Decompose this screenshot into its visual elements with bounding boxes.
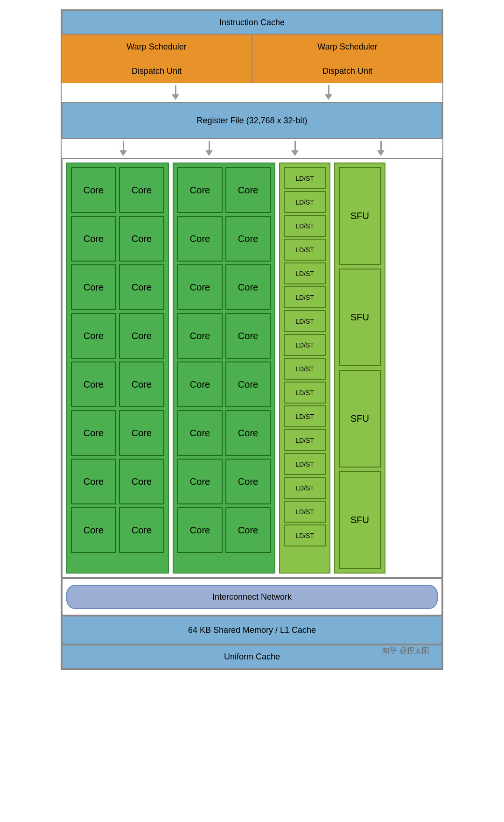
core-cell: Core	[177, 410, 223, 456]
ldst-column: LD/STLD/STLD/STLD/STLD/STLD/STLD/STLD/ST…	[279, 163, 330, 574]
ldst-cell: LD/ST	[284, 501, 326, 523]
core-row: CoreCore	[177, 264, 271, 310]
interconnect-block: Interconnect Network	[66, 585, 438, 609]
core-cell: Core	[119, 507, 164, 553]
core-cell: Core	[71, 410, 116, 456]
warp-scheduler-row: Warp Scheduler Warp Scheduler	[62, 35, 442, 59]
arrow-5	[291, 141, 299, 156]
dispatch-unit-1: Dispatch Unit	[62, 59, 252, 83]
core-row: CoreCore	[177, 167, 271, 213]
uniform-cache-label: Uniform Cache	[224, 652, 280, 662]
ldst-cell: LD/ST	[284, 524, 326, 546]
ldst-cell: LD/ST	[284, 286, 326, 308]
diagram-wrapper: Instruction Cache Warp Scheduler Warp Sc…	[61, 9, 443, 670]
ldst-cell: LD/ST	[284, 429, 326, 451]
core-cell: Core	[71, 167, 116, 213]
core-cell: Core	[177, 216, 223, 262]
core-cell: Core	[177, 361, 223, 407]
core-cell: Core	[177, 507, 223, 553]
core-row: CoreCore	[71, 313, 164, 359]
sfu-cell: SFU	[339, 370, 381, 468]
core-group-2: CoreCoreCoreCoreCoreCoreCoreCoreCoreCore…	[173, 163, 275, 574]
core-cell: Core	[225, 459, 271, 504]
sfu-cell: SFU	[339, 471, 381, 569]
watermark: 知乎 @捏太阳	[382, 646, 429, 656]
core-cell: Core	[225, 264, 271, 310]
core-cell: Core	[225, 313, 271, 359]
shared-memory-label: 64 KB Shared Memory / L1 Cache	[188, 625, 316, 635]
ldst-cell: LD/ST	[284, 310, 326, 332]
core-cell: Core	[71, 361, 116, 407]
sfu-column: SFUSFUSFUSFU	[334, 163, 385, 574]
core-row: CoreCore	[177, 410, 271, 456]
core-row: CoreCore	[71, 361, 164, 407]
core-cell: Core	[71, 507, 116, 553]
arrow-2	[325, 85, 332, 100]
core-row: CoreCore	[71, 167, 164, 213]
ldst-cell: LD/ST	[284, 382, 326, 404]
ldst-cell: LD/ST	[284, 215, 326, 237]
sfu-cell: SFU	[339, 167, 381, 265]
core-cell: Core	[177, 313, 223, 359]
core-cell: Core	[225, 361, 271, 407]
interconnect-wrapper: Interconnect Network	[62, 578, 442, 616]
ldst-cell: LD/ST	[284, 191, 326, 213]
ldst-cell: LD/ST	[284, 239, 326, 261]
core-cell: Core	[177, 459, 223, 504]
core-group-1: CoreCoreCoreCoreCoreCoreCoreCoreCoreCore…	[66, 163, 169, 574]
core-cell: Core	[71, 459, 116, 504]
ldst-cell: LD/ST	[284, 167, 326, 189]
core-cell: Core	[177, 167, 223, 213]
arrow-1	[172, 85, 179, 100]
core-cell: Core	[119, 410, 164, 456]
core-cell: Core	[225, 507, 271, 553]
core-cell: Core	[119, 361, 164, 407]
shared-memory-block: 64 KB Shared Memory / L1 Cache	[62, 616, 442, 645]
core-cell: Core	[71, 313, 116, 359]
core-row: CoreCore	[71, 507, 164, 553]
arrow-6	[377, 141, 385, 156]
core-row: CoreCore	[177, 361, 271, 407]
architecture-diagram: Instruction Cache Warp Scheduler Warp Sc…	[61, 9, 443, 670]
core-row: CoreCore	[177, 313, 271, 359]
core-row: CoreCore	[71, 264, 164, 310]
core-cell: Core	[119, 264, 164, 310]
dispatch-unit-2: Dispatch Unit	[252, 59, 442, 83]
arrow-3	[119, 141, 127, 156]
core-row: CoreCore	[71, 216, 164, 262]
core-row: CoreCore	[71, 410, 164, 456]
ldst-cell: LD/ST	[284, 262, 326, 284]
sfu-cell: SFU	[339, 269, 381, 366]
warp-scheduler-2: Warp Scheduler	[252, 35, 442, 59]
ldst-cell: LD/ST	[284, 477, 326, 499]
core-cell: Core	[119, 216, 164, 262]
arrow-4	[205, 141, 213, 156]
core-cell: Core	[225, 216, 271, 262]
register-file-label: Register File (32,768 x 32-bit)	[196, 116, 307, 126]
instruction-cache-block: Instruction Cache	[62, 10, 442, 35]
core-cell: Core	[119, 313, 164, 359]
instruction-cache-label: Instruction Cache	[219, 18, 285, 28]
core-cell: Core	[119, 459, 164, 504]
dispatch-unit-row: Dispatch Unit Dispatch Unit	[62, 59, 442, 83]
core-row: CoreCore	[177, 216, 271, 262]
ldst-cell: LD/ST	[284, 405, 326, 427]
core-cell: Core	[119, 167, 164, 213]
core-cell: Core	[225, 167, 271, 213]
interconnect-label: Interconnect Network	[212, 592, 292, 602]
warp-scheduler-1: Warp Scheduler	[62, 35, 252, 59]
arrows-from-dispatch	[62, 83, 442, 102]
ldst-cell: LD/ST	[284, 358, 326, 380]
core-cell: Core	[71, 264, 116, 310]
ldst-cell: LD/ST	[284, 453, 326, 475]
core-row: CoreCore	[177, 459, 271, 504]
core-cell: Core	[71, 216, 116, 262]
processing-area: CoreCoreCoreCoreCoreCoreCoreCoreCoreCore…	[62, 158, 442, 578]
register-file-block: Register File (32,768 x 32-bit)	[62, 102, 442, 139]
core-row: CoreCore	[71, 459, 164, 504]
ldst-cell: LD/ST	[284, 334, 326, 356]
arrows-from-register	[62, 139, 442, 158]
core-cell: Core	[225, 410, 271, 456]
core-row: CoreCore	[177, 507, 271, 553]
core-cell: Core	[177, 264, 223, 310]
